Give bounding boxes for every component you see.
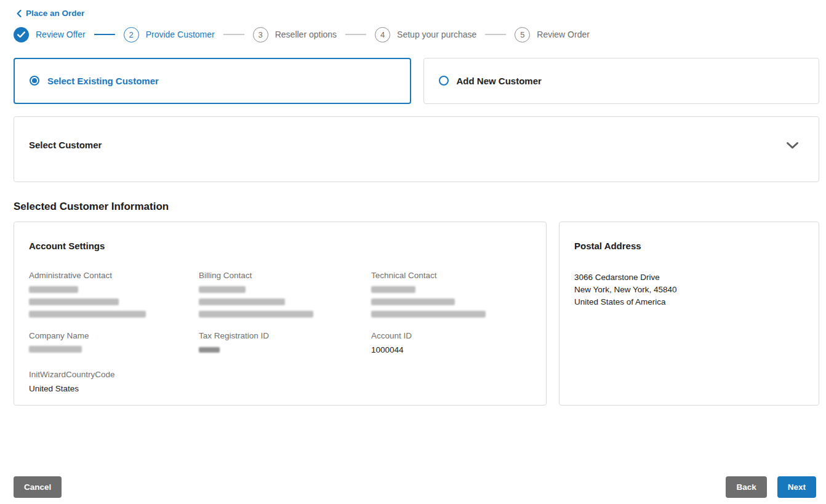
stepper-connector (485, 34, 506, 35)
postal-address-title: Postal Address (574, 241, 804, 251)
account-settings-card: Account Settings Administrative Contact … (14, 222, 547, 406)
contacts-grid: Administrative Contact Billing Contact T… (29, 270, 531, 318)
chevron-left-icon (17, 10, 22, 17)
tax-registration-id-label: Tax Registration ID (199, 330, 371, 341)
company-name-label: Company Name (29, 330, 199, 341)
order-stepper: Review Offer 2 Provide Customer 3 Resell… (14, 27, 826, 42)
stepper-connector (345, 34, 366, 35)
redacted-value (29, 286, 78, 293)
address-line-2: New York, New York, 45840 (574, 284, 804, 296)
account-id-label: Account ID (371, 330, 531, 341)
back-button[interactable]: Back (726, 476, 766, 498)
billing-contact-label: Billing Contact (199, 270, 371, 281)
postal-address-lines: 3066 Cedarstone Drive New York, New York… (574, 271, 804, 308)
step-label: Review Order (537, 30, 590, 39)
existing-customer-label: Select Existing Customer (47, 76, 159, 86)
footer-right-buttons: Back Next (726, 476, 816, 498)
technical-contact-label: Technical Contact (371, 270, 531, 281)
administrative-contact-label: Administrative Contact (29, 270, 199, 281)
account-fields-grid: Company Name Tax Registration ID Account… (29, 330, 531, 355)
country-code-label: InitWizardCountryCode (29, 369, 531, 380)
radio-unselected-icon[interactable] (439, 76, 449, 86)
redacted-value (199, 347, 220, 353)
cancel-button[interactable]: Cancel (14, 476, 62, 498)
stepper-step-setup-your-purchase[interactable]: 4 Setup your purchase (375, 27, 476, 42)
stepper-step-provide-customer[interactable]: 2 Provide Customer (124, 27, 215, 42)
select-existing-customer-card[interactable]: Select Existing Customer (14, 58, 411, 104)
select-customer-label: Select Customer (29, 140, 102, 150)
step-number: 3 (253, 27, 268, 42)
redacted-value (199, 311, 313, 318)
next-button[interactable]: Next (777, 476, 816, 498)
back-link-label: Place an Order (26, 9, 84, 18)
tax-registration-id-block: Tax Registration ID (199, 330, 371, 355)
redacted-value (371, 298, 455, 305)
step-label: Reseller options (275, 30, 337, 39)
technical-contact-block: Technical Contact (371, 270, 531, 318)
stepper-connector (94, 34, 115, 35)
step-number: 5 (515, 27, 530, 42)
chevron-down-icon[interactable] (786, 142, 799, 150)
redacted-value (29, 298, 119, 305)
administrative-contact-block: Administrative Contact (29, 270, 199, 318)
back-link-place-an-order[interactable]: Place an Order (17, 9, 84, 18)
company-name-block: Company Name (29, 330, 199, 355)
radio-selected-icon[interactable] (30, 76, 39, 86)
stepper-step-reseller-options[interactable]: 3 Reseller options (253, 27, 337, 42)
address-line-3: United States of America (574, 296, 804, 308)
customer-information-row: Account Settings Administrative Contact … (14, 222, 819, 406)
stepper-step-review-offer[interactable]: Review Offer (14, 27, 86, 42)
step-label: Provide Customer (146, 30, 215, 39)
redacted-value (371, 286, 415, 293)
redacted-value (199, 286, 246, 293)
select-customer-dropdown[interactable]: Select Customer (14, 116, 819, 182)
postal-address-card: Postal Address 3066 Cedarstone Drive New… (559, 222, 819, 406)
step-number: 4 (375, 27, 390, 42)
redacted-value (29, 346, 82, 353)
account-id-value: 1000044 (371, 345, 531, 355)
step-number: 2 (124, 27, 139, 42)
step-label: Setup your purchase (397, 30, 476, 39)
step-complete-check-icon (14, 27, 29, 42)
redacted-value (371, 311, 486, 318)
account-settings-title: Account Settings (29, 241, 531, 251)
account-id-block: Account ID 1000044 (371, 330, 531, 355)
redacted-value (29, 311, 146, 318)
billing-contact-block: Billing Contact (199, 270, 371, 318)
section-title-selected-customer-information: Selected Customer Information (14, 201, 826, 213)
stepper-step-review-order[interactable]: 5 Review Order (515, 27, 590, 42)
customer-type-options: Select Existing Customer Add New Custome… (14, 58, 819, 104)
step-label: Review Offer (36, 30, 86, 39)
address-line-1: 3066 Cedarstone Drive (574, 271, 804, 284)
country-code-value: United States (29, 383, 531, 394)
redacted-value (199, 298, 285, 305)
stepper-connector (223, 34, 244, 35)
new-customer-label: Add New Customer (457, 76, 542, 86)
wizard-footer: Cancel Back Next (14, 476, 816, 498)
country-code-block: InitWizardCountryCode United States (29, 369, 531, 394)
add-new-customer-card[interactable]: Add New Customer (423, 58, 820, 104)
